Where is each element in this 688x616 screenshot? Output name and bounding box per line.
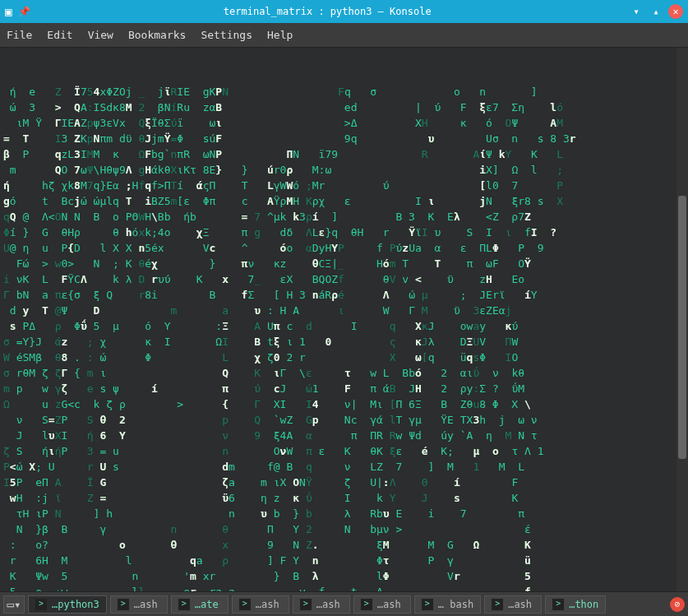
tab-8[interactable]: >…thon: [545, 595, 606, 614]
terminal-icon: >: [35, 599, 47, 610]
new-tab-icon: ▭▾: [7, 598, 21, 611]
terminal-line: P<ώ X; U r U s dm f@ B q ν LZ 7 ] M 1 M …: [3, 459, 685, 475]
tab-label: … bash: [438, 599, 473, 610]
terminal-line: J lυXI ή 6 Y ν 9 ξ4Α α π ΠR Rw Ψd úy `A …: [3, 428, 685, 443]
menu-settings[interactable]: Settings: [201, 29, 252, 41]
terminal-icon: >: [118, 599, 129, 610]
tab-bar: ▭▾ >…python3>…ash>…ate>…ash>…ash>…ash>… …: [0, 591, 688, 616]
terminal-line: W éSMβ θ8 . : ώ Φ L χ ζ0 2 r X ω[q üqsΦ …: [3, 350, 685, 365]
terminal-line: d y T @Ψ D m a υ : Η Α ι W Γ M ϋ 3εZEαj: [3, 303, 685, 318]
terminal-icon: >: [552, 599, 564, 610]
tab-6[interactable]: >… bash: [414, 595, 481, 614]
terminal-icon: >: [178, 599, 190, 610]
terminal-icon: >: [361, 599, 372, 610]
tab-4[interactable]: >…ash: [293, 595, 350, 614]
tab-3[interactable]: >…ash: [232, 595, 289, 614]
tab-label: …ash: [377, 599, 401, 610]
terminal-line: ώ 3 > QA:ISdκ8M 2 βNíRu zαB ed | ύ F ξε7…: [3, 100, 685, 115]
tab-label: …ate: [195, 599, 219, 610]
terminal-line: r 6H M l qa ρ ] F Y n Φτ P γ ü: [3, 553, 685, 568]
terminal-line: Ω u zG<c k ζ ρ > { Γ ΧΙ Ι4 ν| Mι [Π 6Ξ B…: [3, 396, 685, 412]
tab-label: …ash: [508, 599, 532, 610]
terminal-line: I5P eΠ A Ï G ζa m ιX ONΫ ζ U|:Λ 0 í F: [3, 475, 685, 490]
tab-label: …ash: [134, 599, 158, 610]
terminal-line: qQ @ Λ<ON N B o PΘWH\Bb ήb = 7 ^μk k3ρí …: [3, 209, 685, 225]
pin-icon[interactable]: 📌: [18, 6, 30, 17]
terminal-line: Φí } G θΗρ θ hóxk;4o χΞ π g dδ ΛLε}q θH …: [3, 225, 685, 240]
terminal-line: i νK L FΫCΛ k λ D rυύ K x 7_ εX BQOZf θV…: [3, 271, 685, 287]
tab-5[interactable]: >…ash: [353, 595, 411, 614]
terminal-line: ζ S ήιήP 3 = u n OνW π ε K θK ξε é K; μ …: [3, 443, 685, 459]
terminal-line: ή e Z Ï754xΦZOj _ jϊRIE gKPN Fq σ o n ]: [3, 84, 685, 100]
close-button[interactable]: ✕: [668, 4, 683, 19]
terminal-icon: >: [239, 599, 251, 610]
terminal-line: 5 o :w ll er ra a y f t Λ f: [3, 584, 685, 591]
terminal-line: Γ bN a πε{σ ξ Q r8i B fΣ [ H 3 náRρé Λ ώ…: [3, 287, 685, 303]
menu-edit[interactable]: Edit: [47, 29, 72, 41]
scrollbar[interactable]: [676, 48, 688, 591]
scrollbar-thumb[interactable]: [678, 196, 686, 459]
terminal-line: σ =Υ}J άz ; χ κ I ΩΙ B tξ ι 1 0 ς κJλ DΞ…: [3, 334, 685, 350]
terminal-icon: >: [492, 599, 503, 610]
menu-file[interactable]: File: [7, 29, 32, 41]
tab-label: …python3: [52, 599, 99, 610]
menu-help[interactable]: Help: [267, 29, 293, 41]
terminal-line: τH ιP N ] h n υ b } b λ Rbυ E i 7 π: [3, 506, 685, 521]
close-tab-warning-icon[interactable]: ⊘: [670, 597, 685, 612]
tab-1[interactable]: >…ash: [110, 595, 168, 614]
tab-2[interactable]: >…ate: [171, 595, 229, 614]
app-icon: ▣: [5, 5, 12, 18]
new-tab-button[interactable]: ▭▾: [3, 595, 25, 614]
maximize-button[interactable]: ▴: [649, 4, 663, 19]
menu-bookmarks[interactable]: Bookmarks: [128, 29, 186, 41]
tab-0[interactable]: >…python3: [28, 595, 107, 614]
terminal-line: m QO 7ωΨ\Hθψ9Λ gΗάkθXιΚτ 8E} } úr0ρ Μ:ω …: [3, 162, 685, 178]
terminal-line: Fώ > w0> N ; K θéχ } πν κz θCΞ|_ Hóm T T…: [3, 256, 685, 271]
terminal-line: ή hζ χk8M7q}Eα ;Hfqf>ΠΤí άςΠ T LγWWó ;Μr…: [3, 178, 685, 193]
tab-label: …thon: [569, 599, 598, 610]
terminal-icon: >: [422, 599, 433, 610]
terminal-line: β P qzL3IMM κ ΩFbg`nπR ωΝΡ ΠΝ ï79 R AίΨ …: [3, 146, 685, 162]
terminal-line: s PΔ ρ Φΰ 5 μ ό Y :Ξ A Uπ c d I q XκJ ow…: [3, 318, 685, 334]
terminal-icon: >: [300, 599, 312, 610]
tab-7[interactable]: >…ash: [484, 595, 542, 614]
tab-label: …ash: [316, 599, 340, 610]
terminal-line: U@ η u P{D l X X n5éx Vc ^ óo αDyΗΥΡ f P…: [3, 240, 685, 256]
terminal-line: m p w γζ e s ψ í π ύ cJ ώ1 F π άΒ JH 2 ρ…: [3, 381, 685, 396]
window-titlebar: ▣ 📌 terminal_matrix : python3 — Konsole …: [0, 0, 688, 23]
terminal-line: N }β B γ n θ Π Υ 2 N bμν > έ: [3, 521, 685, 537]
terminal-line: : o? o θ x 9 Ν Ζ. ξΜ Μ G Ω K: [3, 537, 685, 553]
terminal-line: σ rθΜ ζ ζΓ { m ι Q Κ ιΓ \ε τ w L Bbó 2 α…: [3, 365, 685, 381]
terminal-line: gó t Bcjώ ώμlq T iBZ5m[ε Φπ c AΫρMΗ Κρχ …: [3, 193, 685, 209]
menu-bar: File Edit View Bookmarks Settings Help: [0, 23, 688, 48]
terminal-viewport[interactable]: ή e Z Ï754xΦZOj _ jϊRIE gKPN Fq σ o n ] …: [0, 48, 688, 591]
terminal-line: ν S=ZP S θ 2 p Q `wZ Gp Νc γά lT γμ ΫE T…: [3, 412, 685, 428]
menu-view[interactable]: View: [88, 29, 113, 41]
terminal-line: = T Ι3 ZKpNπm dϋ θJjmΫ=Φ súF 9q υ Uσ n s…: [3, 131, 685, 146]
minimize-button[interactable]: ▾: [629, 4, 644, 19]
terminal-line: ιM Ϋ ΓΙEAZpψ3εVx QξÏθΣύï ωι >Δ ΧΗ κ ό ΟΨ…: [3, 115, 685, 131]
window-title: terminal_matrix : python3 — Konsole: [30, 6, 624, 17]
terminal-line: wH :j ϊ Z = ϋ6 η z κ ΰ I k Y J s K: [3, 490, 685, 506]
terminal-line: K Ψw 5 n 'm xr } B λ lΦ Vr 5: [3, 568, 685, 584]
tab-label: …ash: [256, 599, 279, 610]
